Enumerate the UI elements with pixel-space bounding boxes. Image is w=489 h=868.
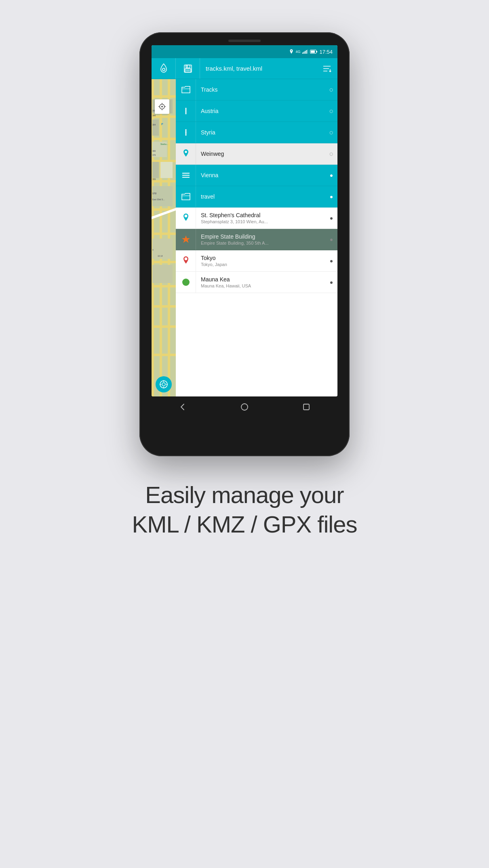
svg-rect-10 (186, 65, 190, 68)
status-icons: 4G (289, 49, 333, 55)
home-button[interactable] (236, 399, 253, 415)
item-dot: ○ (325, 79, 337, 100)
item-dot: ● (325, 208, 337, 229)
back-button[interactable] (175, 399, 191, 415)
item-label: Mauna Kea (201, 276, 320, 283)
svg-rect-0 (302, 52, 303, 54)
status-time: 17:54 (319, 49, 333, 55)
item-subtitle: Empire State Building, 350 5th A... (201, 241, 320, 245)
svg-rect-12 (187, 65, 188, 67)
svg-rect-13 (186, 69, 190, 71)
caption-area: Easily manage your KML / KMZ / GPX files (108, 480, 382, 539)
item-dot: ● (325, 186, 337, 207)
item-text: St. Stephen's Cathedral Stephansplatz 3,… (196, 209, 325, 227)
page-wrapper: 4G (0, 0, 489, 868)
map-area: P Starbu... 172 East 33rd S... 390 386 3… (152, 79, 176, 396)
list-item[interactable]: Austria ○ (176, 101, 337, 122)
item-text: Styria (196, 126, 325, 139)
item-dot: ● (325, 229, 337, 250)
svg-point-41 (241, 404, 248, 410)
phone-speaker (228, 40, 261, 42)
item-text: Austria (196, 105, 325, 117)
item-dot: ● (325, 250, 337, 271)
location-icon (289, 49, 293, 54)
menu-icon (176, 165, 196, 186)
list-item[interactable]: Empire State Building Empire State Build… (176, 229, 337, 250)
svg-rect-4 (307, 50, 308, 54)
item-dot: ● (325, 272, 337, 293)
item-text: Tokyo Tokyo, Japan (196, 252, 325, 270)
svg-rect-7 (316, 51, 317, 52)
location-circle-button[interactable] (156, 376, 172, 392)
item-text: Weinweg (196, 147, 325, 160)
item-dot: ○ (325, 101, 337, 122)
battery-icon (310, 50, 317, 54)
item-label: Vienna (201, 172, 320, 178)
folder-icon-2 (176, 186, 196, 207)
item-text: Tracks (196, 83, 325, 96)
item-subtitle: Stephansplatz 3, 1010 Wien, Au... (201, 219, 320, 224)
list-item[interactable]: travel ● (176, 186, 337, 208)
status-bar: 4G (152, 45, 337, 58)
item-label: Tracks (201, 86, 320, 93)
item-text: Vienna (196, 169, 325, 182)
recents-button[interactable] (298, 399, 314, 415)
item-subtitle: Mauna Kea, Hawaii, USA (201, 283, 320, 288)
left-sidebar: P Starbu... 172 East 33rd S... 390 386 3… (152, 79, 176, 396)
list-item[interactable]: St. Stephen's Cathedral Stephansplatz 3,… (176, 208, 337, 229)
svg-point-8 (162, 68, 165, 71)
svg-point-24 (162, 383, 165, 386)
list-item[interactable]: Mauna Kea Mauna Kea, Hawaii, USA ● (176, 272, 337, 293)
item-dot: ○ (325, 143, 337, 164)
item-text: travel (196, 190, 325, 203)
toolbar-nav-button[interactable] (152, 58, 176, 79)
svg-rect-6 (311, 50, 315, 53)
screen-content: P Starbu... 172 East 33rd S... 390 386 3… (152, 79, 337, 396)
list-item[interactable]: Styria ○ (176, 122, 337, 143)
item-dot: ○ (325, 122, 337, 143)
toolbar-save-button[interactable] (176, 58, 200, 79)
folder-icon (176, 79, 196, 100)
item-label: Austria (201, 108, 320, 114)
svg-point-39 (184, 258, 187, 260)
network-icon: 4G (295, 50, 300, 54)
item-label: Styria (201, 129, 320, 136)
list-item[interactable]: Tokyo Tokyo, Japan ● (176, 250, 337, 272)
toolbar-title: tracks.kml, travel.kml (200, 65, 316, 72)
svg-rect-1 (304, 52, 304, 54)
list-item[interactable]: Tracks ○ (176, 79, 337, 101)
caption-line2: KML / KMZ / GPX files (132, 510, 357, 539)
list-area: Tracks ○ Austria (176, 79, 337, 396)
list-item[interactable]: Weinweg ○ (176, 143, 337, 165)
svg-point-40 (182, 279, 190, 286)
crosshair-button[interactable] (155, 99, 169, 114)
item-label: travel (201, 193, 320, 200)
line2-icon (176, 122, 196, 143)
item-subtitle: Tokyo, Japan (201, 262, 320, 267)
phone-shell: 4G (139, 32, 350, 456)
svg-point-38 (184, 215, 187, 218)
list-item[interactable]: Vienna ● (176, 165, 337, 186)
item-label: Weinweg (201, 151, 320, 157)
item-text: Empire State Building Empire State Build… (196, 230, 325, 249)
pin-teal-icon (176, 208, 196, 229)
item-label: Empire State Building (201, 233, 320, 240)
item-dot: ● (325, 165, 337, 186)
pin-red-icon (176, 250, 196, 271)
svg-point-18 (161, 106, 163, 107)
svg-rect-42 (304, 404, 309, 410)
caption-line1: Easily manage your (132, 480, 357, 510)
svg-rect-3 (306, 50, 307, 54)
star-orange-icon (176, 229, 196, 250)
list-empty-area (176, 293, 337, 396)
phone-navbar (152, 396, 337, 417)
toolbar: tracks.kml, travel.kml (152, 58, 337, 79)
signal-icon (302, 50, 308, 54)
item-label: St. Stephen's Cathedral (201, 212, 320, 218)
toolbar-sort-button[interactable] (316, 58, 337, 79)
item-label: Tokyo (201, 255, 320, 261)
svg-point-33 (185, 151, 187, 153)
circle-green-icon (176, 272, 196, 293)
pin-blue-icon (176, 143, 196, 164)
phone-screen: 4G (152, 45, 337, 396)
